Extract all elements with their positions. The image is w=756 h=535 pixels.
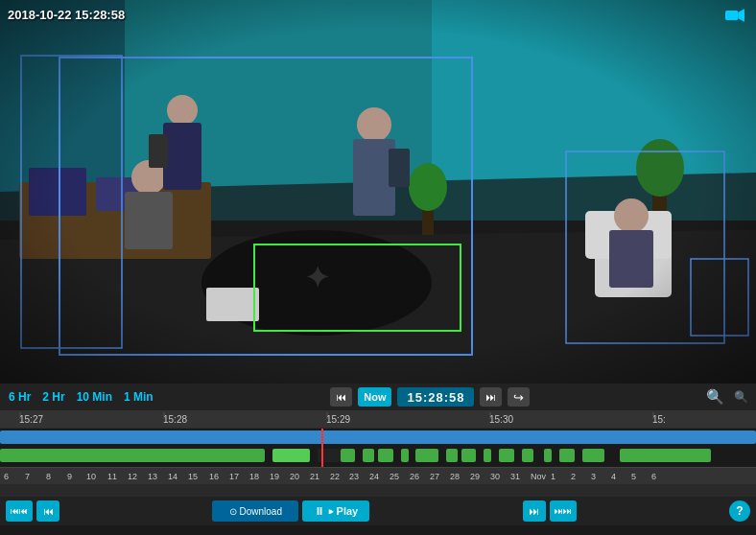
- date-nov2: 2: [571, 472, 576, 481]
- time-label-15xx: 15:: [652, 410, 666, 428]
- date-25: 25: [390, 472, 399, 481]
- date-31: 31: [510, 472, 520, 481]
- play-pause-button[interactable]: ⏸ ▶ Play: [302, 500, 369, 522]
- time-label-1527: 15:27: [19, 410, 43, 428]
- date-nov1: 1: [551, 472, 555, 481]
- time-ruler: 15:27 15:28 15:29 15:30 15:: [0, 410, 756, 428]
- date-19: 19: [270, 472, 279, 481]
- date-26: 26: [410, 472, 419, 481]
- range-2hr-button[interactable]: 2 Hr: [39, 389, 67, 405]
- skip-to-end-button[interactable]: ⏭⏭: [550, 500, 577, 522]
- track-row-2: [0, 447, 756, 464]
- zoom-in-icon[interactable]: 🔍: [704, 388, 726, 406]
- download-button[interactable]: ⊙ Download: [212, 500, 298, 522]
- zoom-out-icon[interactable]: 🔍: [732, 390, 750, 404]
- skip-to-beginning-button[interactable]: ⏮⏮: [6, 500, 33, 522]
- date-21: 21: [310, 472, 319, 481]
- range-1min-button[interactable]: 1 Min: [121, 389, 156, 405]
- camera-icon: [725, 8, 744, 27]
- date-nov6: 6: [651, 472, 656, 481]
- date-nov: Nov: [531, 472, 546, 481]
- date-11: 11: [107, 472, 117, 481]
- time-label-1528: 15:28: [163, 410, 187, 428]
- date-10: 10: [86, 472, 96, 481]
- date-17: 17: [229, 472, 239, 481]
- timeline[interactable]: 15:27 15:28 15:29 15:30 15:: [0, 410, 756, 497]
- current-time-display: 15:28:58: [397, 387, 474, 407]
- date-nov5: 5: [631, 472, 636, 481]
- date-30: 30: [490, 472, 500, 481]
- skip-to-start-button[interactable]: ⏮: [330, 387, 352, 407]
- date-8: 8: [46, 472, 51, 481]
- date-18: 18: [249, 472, 259, 481]
- date-20: 20: [290, 472, 299, 481]
- svg-rect-34: [725, 11, 738, 20]
- skip-forward-button[interactable]: ⏭: [480, 387, 502, 407]
- date-29: 29: [470, 472, 480, 481]
- date-nov3: 3: [591, 472, 596, 481]
- date-9: 9: [67, 472, 72, 481]
- date-7: 7: [25, 472, 30, 481]
- track-area: [0, 429, 756, 467]
- playhead: [321, 429, 323, 467]
- svg-marker-35: [738, 9, 744, 21]
- time-label-1529: 15:29: [326, 410, 350, 428]
- export-button[interactable]: ↪: [508, 387, 530, 407]
- date-27: 27: [430, 472, 439, 481]
- date-15: 15: [188, 472, 198, 481]
- video-timestamp: 2018-10-22 15:28:58: [8, 8, 125, 22]
- date-16: 16: [209, 472, 219, 481]
- date-28: 28: [450, 472, 460, 481]
- time-label-1530: 15:30: [489, 410, 513, 428]
- help-button[interactable]: ?: [729, 500, 750, 522]
- range-6hr-button[interactable]: 6 Hr: [6, 389, 34, 405]
- date-14: 14: [168, 472, 177, 481]
- date-nov4: 4: [611, 472, 616, 481]
- step-back-button[interactable]: ⏮: [36, 500, 59, 522]
- date-24: 24: [369, 472, 379, 481]
- date-23: 23: [349, 472, 359, 481]
- bottom-controls: ⏮⏮ ⏮ ⊙ Download ⏸ ▶ Play ⏭ ⏭⏭ ?: [0, 497, 756, 525]
- track-row-1: [0, 429, 756, 446]
- range-10min-button[interactable]: 10 Min: [74, 389, 115, 405]
- date-ruler: 6 7 8 9 10 11 12 13 14 15 16 17 18 19 20…: [0, 467, 756, 484]
- date-6: 6: [4, 472, 9, 481]
- date-12: 12: [128, 472, 137, 481]
- date-22: 22: [330, 472, 340, 481]
- step-forward-button[interactable]: ⏭: [523, 500, 546, 522]
- svg-rect-33: [0, 0, 756, 384]
- now-button[interactable]: Now: [358, 387, 391, 407]
- playback-controls: 6 Hr 2 Hr 10 Min 1 Min ⏮ Now 15:28:58 ⏭ …: [0, 384, 756, 410]
- date-13: 13: [148, 472, 157, 481]
- video-player: ✦: [0, 0, 756, 384]
